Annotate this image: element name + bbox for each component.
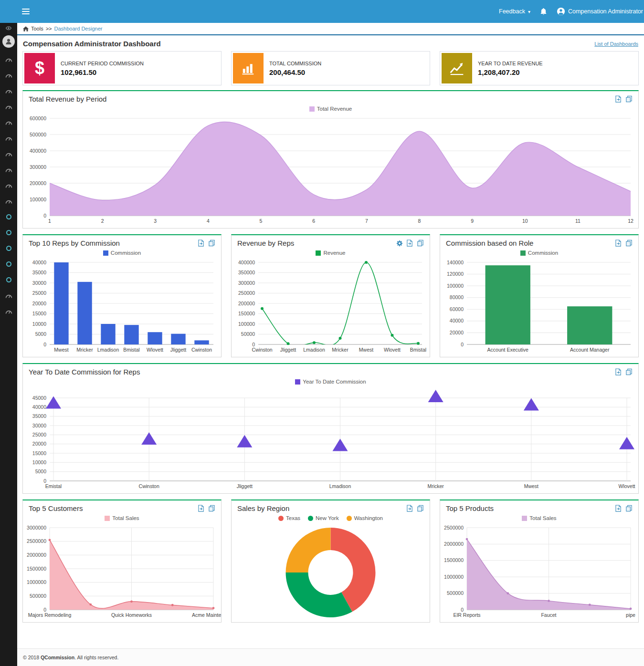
copy-icon[interactable] [625, 239, 633, 247]
settings-gear-icon[interactable] [396, 240, 403, 247]
copy-icon[interactable] [625, 368, 633, 375]
dashboard-icon[interactable] [5, 130, 12, 146]
export-icon[interactable] [615, 505, 622, 512]
menu-toggle-icon[interactable] [22, 7, 30, 16]
dashboard-icon[interactable] [5, 83, 12, 99]
dashboard-icon[interactable] [5, 177, 12, 193]
svg-text:Lmadison: Lmadison [329, 483, 351, 489]
notifications-bell-icon[interactable] [540, 8, 547, 15]
ytd-commission-chart: Year To Date Commission05000100001500020… [23, 377, 638, 493]
panel-title: Commission based on Role [446, 239, 533, 247]
svg-text:40000: 40000 [450, 318, 464, 323]
svg-text:3000000: 3000000 [27, 525, 46, 531]
svg-text:0: 0 [461, 607, 464, 613]
circle-icon[interactable] [5, 272, 12, 288]
export-icon[interactable] [406, 505, 413, 512]
copy-icon[interactable] [417, 239, 424, 247]
eye-icon[interactable] [5, 24, 12, 32]
export-icon[interactable] [198, 239, 205, 247]
dashboard-icon[interactable] [5, 303, 12, 319]
svg-text:140000: 140000 [447, 260, 464, 265]
circle-icon[interactable] [5, 256, 12, 272]
user-menu[interactable]: Compensation Administrator [557, 7, 643, 16]
panel-actions [615, 95, 633, 103]
dashboard-icon[interactable] [5, 288, 12, 303]
panel-title: Top 5 Customers [29, 504, 83, 512]
svg-text:Faucet: Faucet [541, 612, 556, 618]
panel-top-5-customers: Top 5 Customers Total Sales0500000100000… [22, 500, 222, 623]
svg-text:5000: 5000 [35, 331, 47, 337]
svg-text:Emistal: Emistal [45, 483, 62, 489]
export-icon[interactable] [615, 95, 622, 103]
dashboard-icon[interactable] [5, 52, 12, 67]
chart-legend: Commission [440, 248, 638, 258]
dashboard-icon[interactable] [5, 67, 12, 83]
svg-text:5: 5 [260, 218, 263, 224]
sidebar-avatar[interactable] [2, 35, 15, 48]
panel-top-10-reps-by-commission: Top 10 Reps by Commission Commission0500… [22, 234, 222, 357]
top-reps-commission-chart: Commission050001000015000200002500030000… [23, 248, 221, 357]
circle-icon[interactable] [5, 240, 12, 256]
svg-text:1000000: 1000000 [27, 579, 46, 585]
svg-text:40000: 40000 [32, 404, 46, 410]
svg-text:3: 3 [154, 218, 157, 224]
svg-text:Wlovett: Wlovett [384, 347, 401, 353]
breadcrumb-section[interactable]: Tools [31, 26, 43, 31]
svg-text:7: 7 [365, 218, 368, 224]
svg-text:Acme Maintenance: Acme Maintenance [192, 612, 221, 618]
copy-icon[interactable] [417, 505, 424, 512]
svg-text:EIR Reports: EIR Reports [453, 612, 480, 618]
circle-icon[interactable] [5, 225, 12, 240]
list-of-dashboards-link[interactable]: List of Dashboards [594, 41, 638, 47]
kpi-total-commission: TOTAL COMMISSION 200,464.50 [231, 51, 430, 85]
svg-text:Wlovett: Wlovett [618, 483, 635, 489]
svg-text:5000: 5000 [35, 468, 47, 474]
kpi-value: 1,208,407.20 [478, 68, 543, 76]
panel-title: Total Revenue by Period [29, 95, 106, 103]
svg-text:12: 12 [628, 218, 633, 224]
copy-icon[interactable] [625, 505, 633, 512]
svg-text:Lmadison: Lmadison [97, 347, 119, 353]
chart-legend: Revenue [232, 248, 430, 258]
home-icon[interactable] [23, 26, 29, 31]
svg-text:Account Manager: Account Manager [570, 347, 610, 353]
feedback-menu[interactable]: Feedback ▾ [499, 8, 530, 15]
sidebar [0, 23, 17, 666]
dashboard-icon[interactable] [5, 193, 12, 209]
breadcrumb-separator: >> [46, 26, 52, 31]
page-title: Compensation Administrator Dashboard [23, 40, 161, 48]
user-name: Compensation Administrator [568, 8, 643, 15]
copy-icon[interactable] [208, 239, 215, 247]
circle-icon[interactable] [5, 209, 12, 225]
svg-text:0: 0 [43, 213, 46, 219]
export-icon[interactable] [615, 239, 622, 247]
svg-text:pipe: pipe [626, 612, 635, 618]
export-icon[interactable] [406, 239, 413, 247]
svg-text:Cwinston: Cwinston [252, 347, 272, 353]
user-avatar-icon [557, 7, 565, 16]
dashboard-icon[interactable] [5, 162, 12, 177]
svg-text:11: 11 [575, 218, 581, 224]
svg-text:15000: 15000 [32, 311, 46, 316]
chart-legend: TexasNew YorkWashington [232, 513, 430, 523]
breadcrumb-page-link[interactable]: Dashboard Designer [54, 26, 103, 31]
svg-text:4: 4 [207, 218, 210, 224]
dashboard-icon[interactable] [5, 146, 12, 162]
copy-icon[interactable] [208, 505, 215, 512]
sales-by-region-chart: TexasNew YorkWashington [232, 513, 430, 622]
copy-icon[interactable] [625, 95, 633, 103]
svg-text:Majors Remodeling: Majors Remodeling [28, 612, 72, 618]
svg-text:600000: 600000 [30, 115, 46, 121]
kpi-current-period-commission: $ CURRENT PERIOD COMMISSION 102,961.50 [22, 51, 222, 85]
kpi-value: 102,961.50 [61, 68, 144, 76]
svg-text:400000: 400000 [238, 260, 255, 265]
caret-down-icon: ▾ [528, 9, 530, 14]
dashboard-icon[interactable] [5, 99, 12, 114]
export-icon[interactable] [615, 368, 622, 375]
export-icon[interactable] [198, 505, 205, 512]
dashboard-icon[interactable] [5, 114, 12, 130]
panel-actions [198, 505, 215, 512]
svg-text:100000: 100000 [447, 283, 464, 289]
svg-text:100000: 100000 [238, 321, 255, 327]
svg-text:Cwinston: Cwinston [139, 483, 159, 489]
